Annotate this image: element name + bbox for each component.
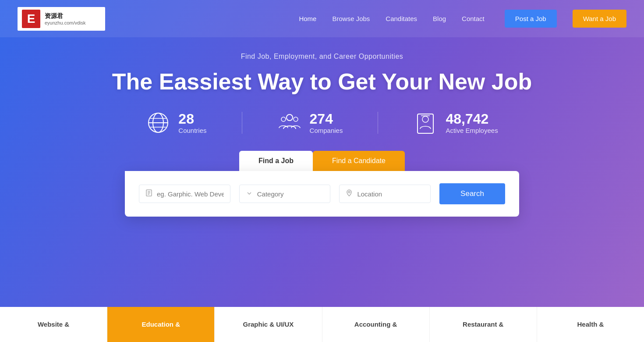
cat-restaurant[interactable]: Restaurant &: [430, 307, 537, 342]
svg-point-5: [287, 114, 293, 121]
logo-url: eyunzhu.com/vdisk: [45, 20, 86, 25]
stat-companies: 274 Companies: [277, 110, 343, 135]
stat-divider-1: [242, 112, 242, 134]
post-job-button[interactable]: Post a Job: [505, 10, 557, 28]
nav-browse-jobs[interactable]: Browse Jobs: [332, 15, 370, 22]
tab-find-candidate[interactable]: Find a Candidate: [313, 151, 405, 171]
hero-tagline: Find Job, Employment, and Career Opportu…: [241, 53, 403, 61]
main-nav: Home Browse Jobs Canditates Blog Contact…: [299, 10, 626, 28]
search-bar: Search: [125, 171, 519, 217]
companies-label: Companies: [310, 127, 343, 134]
location-icon: [346, 189, 353, 198]
cat-graphic[interactable]: Graphic & UI/UX: [215, 307, 322, 342]
location-input[interactable]: [357, 190, 424, 198]
location-field: [339, 185, 431, 203]
companies-number: 274: [310, 111, 343, 127]
svg-point-7: [294, 117, 298, 121]
logo-chinese: 资源君: [45, 12, 86, 20]
stat-divider-2: [378, 112, 378, 134]
cat-website[interactable]: Website &: [0, 307, 107, 342]
stat-countries: 28 Countries: [146, 110, 206, 135]
companies-icon: [277, 110, 302, 135]
nav-home[interactable]: Home: [299, 15, 316, 22]
category-bar: Website & Education & Graphic & UI/UX Ac…: [0, 307, 644, 342]
want-job-button[interactable]: Want a Job: [573, 10, 626, 28]
svg-point-6: [281, 117, 286, 121]
category-input[interactable]: [257, 190, 324, 198]
cat-accounting[interactable]: Accounting &: [322, 307, 430, 342]
header: E 资源君 eyunzhu.com/vdisk Home Browse Jobs…: [0, 0, 644, 37]
globe-icon: [146, 110, 170, 135]
keyword-field: [139, 185, 230, 203]
employees-icon: [413, 110, 438, 135]
countries-label: Countries: [178, 127, 206, 134]
logo[interactable]: E 资源君 eyunzhu.com/vdisk: [18, 7, 105, 31]
category-field: [239, 185, 331, 203]
cat-education[interactable]: Education &: [107, 307, 215, 342]
countries-number: 28: [178, 111, 206, 127]
employees-label: Active Employees: [446, 127, 498, 134]
cat-health[interactable]: Health &: [537, 307, 644, 342]
svg-point-15: [348, 191, 350, 193]
logo-letter: E: [22, 10, 40, 28]
stat-employees: 48,742 Active Employees: [413, 110, 498, 135]
keyword-icon: [145, 189, 152, 198]
svg-point-9: [422, 116, 428, 122]
nav-candidates[interactable]: Canditates: [386, 15, 417, 22]
tab-find-job[interactable]: Find a Job: [239, 151, 313, 171]
category-icon: [246, 189, 253, 198]
search-button[interactable]: Search: [439, 183, 505, 204]
search-tabs: Find a Job Find a Candidate: [239, 151, 405, 171]
nav-contact[interactable]: Contact: [462, 15, 485, 22]
keyword-input[interactable]: [157, 190, 224, 198]
stats-row: 28 Countries: [146, 110, 498, 135]
hero-title: The Eassiest Way to Get Your New Job: [112, 68, 532, 95]
nav-blog[interactable]: Blog: [433, 15, 446, 22]
employees-number: 48,742: [446, 111, 498, 127]
svg-rect-8: [418, 114, 433, 133]
